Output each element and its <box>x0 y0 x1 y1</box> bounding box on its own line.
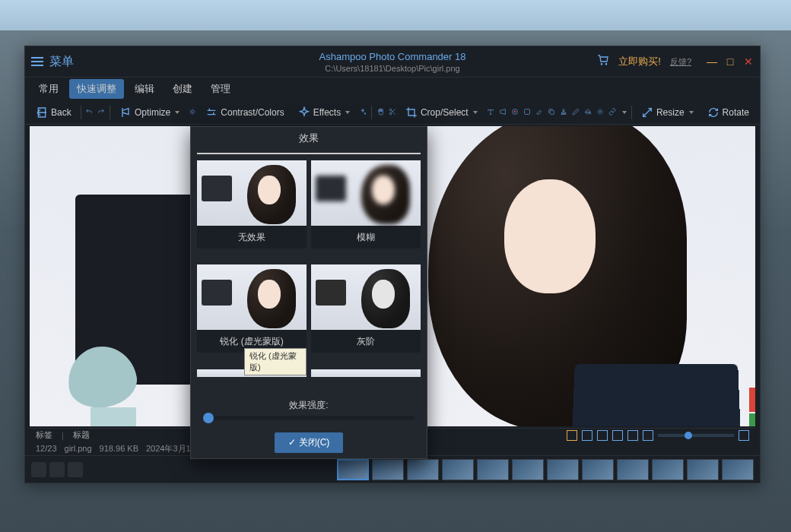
photo-plant <box>60 339 182 426</box>
optimize-label: Optimize <box>135 107 170 118</box>
close-button[interactable]: ✕ <box>743 56 754 67</box>
dialog-close-button[interactable]: ✓ 关闭(C) <box>275 432 344 453</box>
tab-manage[interactable]: 管理 <box>203 79 238 99</box>
separator <box>631 106 632 119</box>
strength-slider[interactable] <box>203 416 415 420</box>
maximize-button[interactable]: □ <box>725 56 735 67</box>
thumbnail-item[interactable] <box>442 459 474 480</box>
close-label: 关闭(C) <box>299 436 330 449</box>
app-title: Ashampoo Photo Commander 18 <box>319 51 466 62</box>
thumbnail-item[interactable] <box>617 459 649 480</box>
thumb-next-button[interactable] <box>68 462 83 477</box>
thumbnail-item[interactable] <box>512 459 544 480</box>
crop-button[interactable]: Crop/Select <box>401 104 482 121</box>
tab-bar: 常用 快速调整 编辑 创建 管理 <box>25 78 760 100</box>
titlebar: 菜单 Ashampoo Photo Commander 18 C:\Users\… <box>25 46 760 77</box>
thumbnail-item[interactable] <box>372 459 404 480</box>
thumbnail-item[interactable] <box>547 459 579 480</box>
zoom-fit-icon[interactable] <box>597 430 608 441</box>
title-center: Ashampoo Photo Commander 18 C:\Users\181… <box>319 51 466 73</box>
zoom-in-icon[interactable] <box>739 430 749 441</box>
scissors-icon[interactable] <box>389 106 396 119</box>
thumb-prev-button[interactable] <box>31 462 46 477</box>
grid-icon[interactable] <box>582 430 592 441</box>
tag-label[interactable]: 标签 <box>36 429 52 441</box>
toolbar: Back Optimize Contrast/Colors Effects Cr… <box>25 100 760 125</box>
hamburger-icon <box>31 57 43 66</box>
link-icon[interactable] <box>608 106 616 119</box>
contrast-button[interactable]: Contrast/Colors <box>201 104 288 121</box>
focus-icon[interactable] <box>596 106 604 119</box>
svg-rect-7 <box>525 109 530 115</box>
status-filename: girl.png <box>65 444 92 453</box>
contrast-label: Contrast/Colors <box>221 107 284 118</box>
tab-common[interactable]: 常用 <box>31 79 66 99</box>
effect-tile-none[interactable]: 无效果 <box>197 160 307 260</box>
svg-point-2 <box>192 111 194 113</box>
thumbnail-item[interactable] <box>582 459 614 480</box>
green-side-tab[interactable] <box>749 413 755 426</box>
thumbnail-item[interactable] <box>337 459 369 480</box>
perspective-icon[interactable] <box>499 106 507 119</box>
file-path: C:\Users\18181\Desktop\Pic\girl.png <box>319 64 466 73</box>
eraser-icon[interactable] <box>535 106 543 119</box>
photo-portrait <box>383 126 748 426</box>
separator <box>110 106 110 119</box>
resize-button[interactable]: Resize <box>637 104 698 121</box>
thumbnail-item[interactable] <box>407 459 439 480</box>
sparkle-icon[interactable] <box>359 106 367 119</box>
back-button[interactable]: Back <box>31 104 76 121</box>
stamp-icon[interactable] <box>560 106 567 119</box>
tab-quick-adjust[interactable]: 快速调整 <box>69 79 124 99</box>
fill-icon[interactable] <box>584 106 592 119</box>
clone-icon[interactable] <box>548 106 555 119</box>
menu-label: 菜单 <box>49 54 74 70</box>
effect-tile-grayscale[interactable]: 灰阶 <box>311 264 421 364</box>
redeye-icon[interactable] <box>511 106 519 119</box>
separator <box>81 106 81 119</box>
brightness-icon[interactable] <box>189 106 196 119</box>
fullscreen-icon[interactable] <box>627 430 638 441</box>
redo-icon[interactable] <box>97 106 105 119</box>
caret-icon <box>175 111 179 114</box>
thumb-play-button[interactable] <box>49 462 65 477</box>
strength-label: 效果强度: <box>191 394 427 416</box>
text-icon[interactable] <box>487 106 494 119</box>
hand-icon[interactable] <box>376 106 384 119</box>
minimize-button[interactable]: — <box>707 56 717 67</box>
caret-icon <box>345 111 350 114</box>
zoom-slider[interactable] <box>658 434 734 437</box>
effect-tile-sharpen[interactable]: 锐化 (虚光蒙版) 锐化 (虚光蒙版) <box>197 264 307 364</box>
effect-tile-more[interactable] <box>311 369 421 388</box>
shape-icon[interactable] <box>523 106 531 119</box>
thumbnail-item[interactable] <box>722 459 754 480</box>
undo-icon[interactable] <box>85 106 93 119</box>
pen-icon[interactable] <box>572 106 580 119</box>
thumbnail-item[interactable] <box>687 459 719 480</box>
red-side-tab[interactable] <box>749 388 755 412</box>
caret-icon <box>689 111 694 114</box>
effects-label: Effects <box>313 107 341 118</box>
rotate-button[interactable]: Rotate <box>703 104 754 121</box>
effect-tile-blur[interactable]: 模糊 <box>311 160 421 260</box>
status-size: 918.96 KB <box>100 444 138 453</box>
thumbnail-item[interactable] <box>652 459 684 480</box>
svg-point-3 <box>389 109 392 112</box>
title-label[interactable]: 标题 <box>73 429 90 441</box>
menu-button[interactable]: 菜单 <box>31 54 74 70</box>
svg-point-10 <box>599 111 602 113</box>
buy-now-link[interactable]: 立即购买! <box>618 55 661 68</box>
feedback-link[interactable]: 反馈? <box>670 56 691 68</box>
svg-point-9 <box>598 109 603 115</box>
star-icon[interactable] <box>567 430 577 441</box>
tab-create[interactable]: 创建 <box>165 79 200 99</box>
zoom-actual-icon[interactable] <box>612 430 623 441</box>
zoom-out-icon[interactable] <box>643 430 653 441</box>
tab-edit[interactable]: 编辑 <box>127 79 162 99</box>
svg-point-1 <box>606 64 607 65</box>
status-index: 12/23 <box>36 444 57 453</box>
cart-icon[interactable] <box>597 54 609 69</box>
optimize-button[interactable]: Optimize <box>115 104 184 121</box>
effects-button[interactable]: Effects <box>294 104 354 121</box>
thumbnail-item[interactable] <box>477 459 509 480</box>
